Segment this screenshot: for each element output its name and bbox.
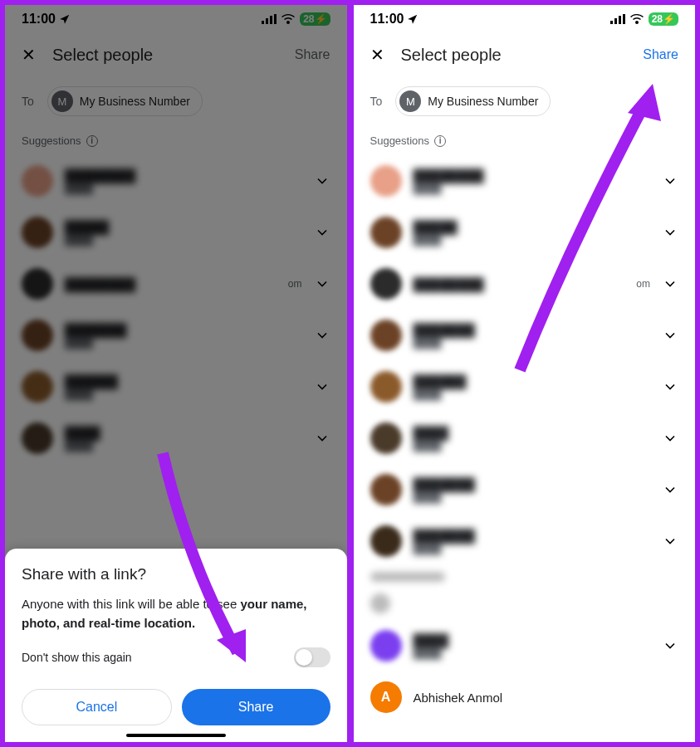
wifi-icon (281, 14, 295, 24)
chevron-down-icon[interactable] (662, 533, 678, 549)
location-icon (407, 13, 419, 25)
close-icon[interactable]: ✕ (22, 45, 36, 65)
chevron-down-icon[interactable] (314, 378, 330, 395)
list-item[interactable]: AAbhishek Anmol (354, 671, 696, 723)
chevron-down-icon[interactable] (314, 430, 330, 447)
list-item[interactable]: ████████ (5, 413, 347, 464)
page-title: Select people (52, 46, 153, 65)
status-icons: 28⚡ (262, 12, 330, 26)
to-row: To M My Business Number (354, 76, 696, 126)
suggestions-header: Suggestions i (5, 126, 347, 155)
svg-rect-2 (270, 16, 272, 24)
charging-icon: ⚡ (663, 13, 675, 25)
cancel-button[interactable]: Cancel (22, 689, 172, 725)
chevron-down-icon[interactable] (662, 637, 678, 654)
contact-list: ████████████ █████████ ████████om ██████… (354, 155, 696, 742)
recipient-chip[interactable]: M My Business Number (395, 86, 551, 116)
sheet-body-pre: Anyone with this link will be able to se… (22, 597, 240, 611)
list-item[interactable]: ███████████ (354, 464, 696, 515)
list-item[interactable]: ████████████ (354, 155, 696, 207)
list-item[interactable]: █████████ (354, 207, 696, 258)
battery-indicator: 28⚡ (300, 12, 330, 26)
chip-avatar: M (51, 90, 73, 112)
chevron-down-icon[interactable] (314, 224, 330, 241)
avatar: A (370, 681, 402, 713)
chevron-down-icon[interactable] (662, 173, 678, 189)
status-time: 11:00 (370, 12, 419, 27)
chevron-down-icon[interactable] (662, 224, 678, 241)
list-item[interactable]: ███████████ (354, 310, 696, 361)
status-bar: 11:00 28⚡ (5, 5, 347, 33)
chevron-down-icon[interactable] (662, 378, 678, 395)
contact-extra: om (288, 278, 302, 290)
to-label: To (22, 95, 34, 108)
list-item[interactable]: ██████████ (5, 361, 347, 413)
home-indicator[interactable] (126, 734, 226, 737)
location-icon (59, 13, 71, 25)
sheet-title: Share with a link? (22, 565, 330, 583)
chevron-down-icon[interactable] (314, 327, 330, 344)
chevron-down-icon[interactable] (662, 276, 678, 292)
chip-label: My Business Number (80, 95, 190, 108)
phone-left: 11:00 28⚡ ✕ Select people Share To M My … (3, 3, 349, 744)
recent-icons-row (354, 587, 696, 620)
svg-rect-3 (274, 14, 277, 24)
header: ✕ Select people Share (5, 33, 347, 76)
battery-value: 28 (303, 13, 314, 25)
dont-show-toggle[interactable] (294, 647, 330, 667)
share-button[interactable]: Share (643, 47, 678, 62)
share-confirm-button[interactable]: Share (182, 689, 330, 725)
list-item[interactable]: ████████ (354, 620, 696, 671)
svg-rect-6 (619, 16, 621, 24)
list-item[interactable]: ████████om (5, 258, 347, 310)
sheet-buttons: Cancel Share (22, 689, 330, 725)
chevron-down-icon[interactable] (662, 481, 678, 498)
chevron-down-icon[interactable] (662, 327, 678, 344)
to-label: To (370, 95, 383, 108)
time-label: 11:00 (370, 12, 404, 27)
contact-name: Abhishek Anmol (414, 691, 679, 705)
battery-value: 28 (652, 13, 663, 25)
close-icon[interactable]: ✕ (370, 45, 384, 65)
page-title: Select people (401, 46, 502, 65)
share-sheet: Share with a link? Anyone with this link… (5, 549, 347, 742)
list-item[interactable]: ███████████ (354, 515, 696, 567)
share-button[interactable]: Share (295, 47, 330, 62)
list-item[interactable]: ███████████ (5, 310, 347, 361)
svg-rect-7 (623, 14, 625, 24)
status-time: 11:00 (22, 12, 71, 27)
suggestions-label: Suggestions (22, 134, 81, 147)
suggestions-label: Suggestions (370, 134, 430, 147)
section-divider (354, 567, 696, 587)
status-bar: 11:00 28⚡ (354, 5, 696, 33)
info-icon[interactable]: i (434, 135, 446, 147)
phone-right: 11:00 28⚡ ✕ Select people Share To M My … (352, 3, 698, 744)
svg-rect-5 (614, 18, 617, 24)
chevron-down-icon[interactable] (662, 430, 678, 447)
time-label: 11:00 (22, 12, 56, 27)
chip-label: My Business Number (428, 95, 538, 108)
recipient-chip[interactable]: M My Business Number (47, 86, 203, 116)
sheet-body: Anyone with this link will be able to se… (22, 595, 330, 632)
toggle-label: Don't show this again (22, 651, 132, 664)
battery-indicator: 28⚡ (649, 12, 678, 26)
toggle-row: Don't show this again (22, 647, 330, 667)
list-item[interactable]: ████████om (354, 258, 696, 310)
header: ✕ Select people Share (354, 33, 696, 76)
cellular-icon (610, 14, 625, 24)
chevron-down-icon[interactable] (314, 173, 330, 189)
info-icon[interactable]: i (86, 135, 98, 147)
list-item[interactable]: ████████ (354, 413, 696, 464)
svg-rect-0 (262, 21, 264, 24)
list-item[interactable]: ██████████ (354, 361, 696, 413)
list-item[interactable]: ████████████ (5, 155, 347, 207)
chip-avatar: M (399, 90, 421, 112)
suggestions-header: Suggestions i (354, 126, 696, 155)
svg-rect-4 (610, 21, 613, 24)
chevron-down-icon[interactable] (314, 276, 330, 292)
list-item[interactable]: █████████ (5, 207, 347, 258)
status-icons: 28⚡ (610, 12, 678, 26)
svg-rect-1 (266, 18, 268, 24)
contact-extra: om (636, 278, 650, 290)
wifi-icon (630, 14, 644, 24)
